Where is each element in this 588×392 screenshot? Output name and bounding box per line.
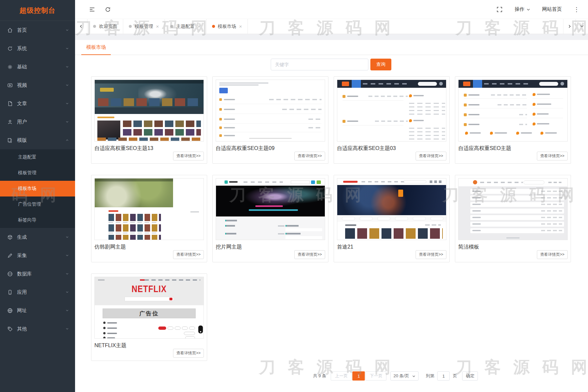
template-thumbnail [458, 178, 568, 240]
tab-status-dot [129, 25, 132, 28]
main-panel: 模板市场 查询 自适应高权重SEO主题13 查看详情页>> [75, 40, 588, 392]
tabs-menu-icon[interactable] [576, 19, 588, 34]
sidebar-item-system[interactable]: 系统 [0, 39, 75, 58]
chevron-down-icon [65, 102, 69, 105]
search-input[interactable] [271, 59, 368, 70]
submenu-template-market[interactable]: 模板市场 [0, 181, 75, 196]
template-card: NETFLIX 广告位 NETFLIX主题 查看详情页>> [91, 273, 207, 361]
collapse-menu-icon[interactable] [89, 6, 95, 13]
actions-label: 操作 [515, 6, 524, 12]
sidebar-item-article[interactable]: 文章 [0, 94, 75, 113]
view-detail-button[interactable]: 查看详情页>> [294, 250, 325, 259]
view-detail-button[interactable]: 查看详情页>> [173, 250, 204, 259]
sidebar-item-label: 用户 [17, 119, 65, 125]
tabs-scroll-left-icon[interactable] [75, 19, 88, 34]
sidebar: 超级控制台 首页 系统 基础 视频 文章 [0, 0, 75, 392]
template-card: 首途21 查看详情页>> [334, 175, 450, 262]
sidebar-item-home[interactable]: 首页 [0, 21, 75, 39]
page-size-select[interactable]: 20 条/页 [390, 371, 419, 381]
system-icon [7, 46, 13, 51]
home-icon [7, 28, 13, 33]
submenu-ad-manage[interactable]: 广告位管理 [0, 196, 75, 212]
close-icon[interactable] [156, 24, 159, 29]
submenu-template-manage[interactable]: 模板管理 [0, 165, 75, 181]
gear-icon [7, 64, 13, 70]
template-thumbnail [216, 80, 325, 141]
actions-dropdown[interactable]: 操作 [515, 6, 530, 12]
goto-suffix-label: 页 [453, 373, 457, 379]
view-detail-button[interactable]: 查看详情页>> [416, 250, 446, 259]
pen-icon [7, 253, 13, 258]
sidebar-item-label: 系统 [17, 46, 65, 52]
site-home-link[interactable]: 网站首页 [542, 6, 562, 12]
sidebar-item-label: 文章 [17, 101, 65, 107]
open-tabs-bar: 欢迎页面 模板管理 主题配置 模板市场 [75, 19, 588, 34]
tabs-scroll-right-icon[interactable] [563, 19, 576, 34]
sidebar-item-generate[interactable]: 生成 [0, 228, 75, 246]
template-icon [7, 138, 13, 143]
template-card: 挖片网主题 查看详情页>> [212, 175, 328, 262]
template-thumbnail [216, 178, 325, 240]
tab-status-dot [170, 25, 173, 28]
panel-tab-template-market[interactable]: 模板市场 [81, 40, 111, 55]
sidebar-item-url[interactable]: 网址 [0, 301, 75, 320]
sidebar-item-label: 生成 [17, 234, 65, 240]
next-page-button[interactable]: 下一页 [365, 371, 386, 381]
tab-status-dot [212, 25, 215, 28]
tab-welcome[interactable]: 欢迎页面 [88, 19, 123, 34]
sidebar-item-template[interactable]: 模版 [0, 131, 75, 149]
netflix-logo: NETFLIX [95, 283, 204, 295]
tab-theme-config[interactable]: 主题配置 [165, 19, 206, 34]
sidebar-item-label: 数据库 [17, 271, 65, 277]
view-detail-button[interactable]: 查看详情页>> [294, 152, 325, 160]
template-title: NETFLIX主题 [94, 342, 204, 349]
prev-page-button[interactable]: 上一页 [331, 371, 352, 381]
template-title: 自适应高权重SEO主题13 [94, 145, 204, 152]
sidebar-item-other[interactable]: 其他 [0, 320, 75, 338]
template-card: 简洁模板 查看详情页>> [455, 175, 571, 262]
template-thumbnail [337, 178, 446, 240]
sidebar-item-database[interactable]: 数据库 [0, 265, 75, 283]
template-card: 自适应高权重SEO主题09 查看详情页>> [212, 76, 328, 164]
sidebar-item-label: 应用 [17, 289, 65, 295]
chevron-down-icon [65, 253, 69, 257]
globe-icon [7, 308, 13, 313]
goto-page-input[interactable] [437, 371, 450, 381]
fullscreen-icon[interactable] [496, 6, 503, 13]
tag-icon [7, 326, 13, 332]
close-icon[interactable] [198, 24, 201, 29]
template-title: 自适应高权重SEO主题09 [216, 145, 325, 152]
tab-template-manage[interactable]: 模板管理 [123, 19, 165, 34]
refresh-icon[interactable] [105, 6, 111, 13]
view-detail-button[interactable]: 查看详情页>> [173, 152, 204, 160]
template-card: 自适应高权重SEO主题13 查看详情页>> [91, 76, 207, 164]
chevron-down-icon [65, 120, 69, 124]
chevron-up-icon [65, 138, 69, 142]
submenu-theme-config[interactable]: 主题配置 [0, 149, 75, 165]
submenu-tag-wizard[interactable]: 标签向导 [0, 212, 75, 228]
sidebar-item-basic[interactable]: 基础 [0, 58, 75, 76]
panel-tabs: 模板市场 [75, 40, 588, 55]
ad-placeholder: 广告位 [103, 308, 196, 318]
search-button[interactable]: 查询 [370, 59, 391, 70]
template-title: 挖片网主题 [216, 244, 325, 250]
view-detail-button[interactable]: 查看详情页>> [416, 152, 446, 160]
view-detail-button[interactable]: 查看详情页>> [537, 250, 568, 259]
tab-template-market[interactable]: 模板市场 [206, 19, 248, 34]
template-card-grid: 自适应高权重SEO主题13 查看详情页>> 自适应高权重SEO主题09 查看详情… [91, 76, 571, 361]
database-icon [7, 271, 13, 277]
sidebar-item-video[interactable]: 视频 [0, 76, 75, 94]
sidebar-item-collect[interactable]: 采集 [0, 246, 75, 265]
chevron-down-icon [65, 290, 69, 294]
view-detail-button[interactable]: 查看详情页>> [537, 152, 568, 160]
template-submenu: 主题配置 模板管理 模板市场 广告位管理 标签向导 [0, 149, 75, 228]
close-icon[interactable] [239, 24, 242, 29]
user-icon [7, 119, 13, 125]
sidebar-item-app[interactable]: 应用 [0, 283, 75, 301]
confirm-button[interactable]: 确定 [462, 371, 478, 381]
sidebar-item-user[interactable]: 用户 [0, 113, 75, 131]
chevron-down-icon [65, 327, 69, 331]
page-button-1[interactable]: 1 [352, 371, 365, 381]
more-menu-icon[interactable]: ⋮ [574, 6, 579, 13]
view-detail-button[interactable]: 查看详情页>> [173, 349, 204, 358]
